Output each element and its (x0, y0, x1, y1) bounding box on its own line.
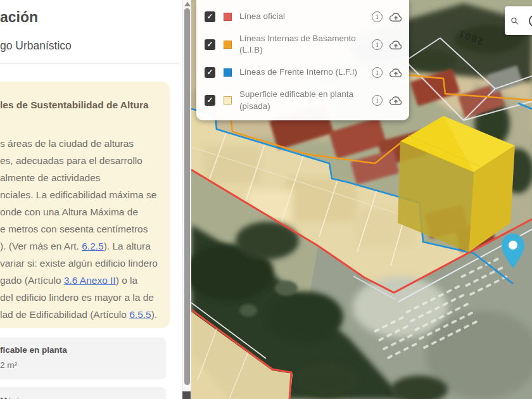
paragraph-line: variar si: existe algún edificio lindero (0, 255, 161, 272)
layer-label: Líneas de Frente Interno (L.F.I) (239, 66, 361, 78)
paragraph-line: gado (Artículo 3.6 Anexo II) o la (0, 272, 161, 289)
paragraph-line: nciales. La edificabilidad máxima se (0, 186, 161, 203)
result-card-surface: ficable en planta 2 m² (0, 338, 166, 379)
search-icon[interactable] (510, 14, 519, 28)
cloud-upload-icon[interactable] (389, 95, 403, 106)
info-card-heading: les de Sustentabilidad de Altura (0, 99, 161, 111)
search-box[interactable] (505, 6, 532, 35)
cloud-upload-icon[interactable] (389, 67, 403, 78)
layer-checkbox[interactable]: ✓ (205, 95, 215, 106)
divider (0, 63, 180, 63)
info-icon[interactable]: i (372, 39, 383, 50)
info-icon[interactable]: i (372, 11, 383, 22)
layer-panel-rows: ✓Línea oficiali✓Líneas Internas de Basam… (205, 8, 403, 112)
paragraph-line: onde con una Altura Máxima de (0, 203, 161, 220)
info-card-paragraph: s áreas de la ciudad de alturases, adecu… (0, 135, 161, 323)
layer-row: ✓Superficie edificable en planta (pisada… (205, 89, 403, 111)
scrollbar-up-arrow[interactable] (184, 2, 191, 6)
paragraph-line: s áreas de la ciudad de alturas (0, 135, 161, 152)
scrollbar-thumb[interactable] (184, 8, 190, 385)
paragraph-line: ). (Ver más en Art. 6.2.5). La altura (0, 238, 161, 255)
paragraph-line: almente de actividades (0, 169, 161, 186)
layer-color-swatch (224, 96, 232, 104)
article-link[interactable]: 6.5.5 (129, 309, 151, 320)
layer-checkbox[interactable]: ✓ (205, 11, 215, 22)
paragraph-line: lad de Edificabilidad (Artículo 6.5.5). (0, 306, 161, 323)
page-title: ación (0, 9, 38, 26)
layer-color-swatch (224, 41, 232, 49)
layer-checkbox[interactable]: ✓ (205, 67, 215, 78)
info-icon[interactable]: i (372, 67, 383, 78)
cloud-upload-icon[interactable] (389, 11, 403, 22)
sidebar: ación go Urbanístico les de Sustentabili… (0, 0, 182, 399)
layer-row: ✓Línea oficiali (205, 8, 403, 25)
sustainability-info-card: les de Sustentabilidad de Altura s áreas… (0, 82, 170, 328)
result-card-label: ficable en planta (0, 345, 166, 355)
paragraph-line: del edificio lindero es mayor a la de (0, 289, 161, 306)
paragraph-line: es, adecuadas para el desarrollo (0, 152, 161, 169)
layer-row: ✓Líneas de Frente Interno (L.F.I)i (205, 64, 403, 80)
paragraph-line: e metros con sesenta centímetros (0, 220, 161, 238)
info-icon[interactable]: i (372, 95, 383, 106)
layer-panel: ✓Línea oficiali✓Líneas Internas de Basam… (196, 0, 409, 120)
result-card-next: Máxima (0, 387, 166, 399)
result-card-value: 2 m² (0, 360, 166, 370)
layer-color-swatch (224, 68, 232, 77)
result-card-label: Máxima (0, 396, 166, 399)
layer-checkbox[interactable]: ✓ (205, 39, 215, 50)
layer-label: Línea oficial (239, 11, 361, 22)
scrollbar-down-button[interactable] (182, 391, 191, 399)
layer-label: Líneas Internas de Basamento (L.I.B) (239, 33, 361, 56)
secondary-control-icon[interactable] (528, 13, 532, 28)
layer-color-swatch (224, 13, 232, 21)
layer-row: ✓Líneas Internas de Basamento (L.I.B)i (205, 33, 403, 56)
article-link[interactable]: 6.2.5 (82, 241, 103, 251)
cloud-upload-icon[interactable] (389, 39, 403, 50)
layer-label: Superficie edificable en planta (pisada) (239, 89, 361, 111)
article-link[interactable]: 3.6 Anexo II (64, 275, 116, 286)
page-subtitle: go Urbanístico (0, 39, 72, 53)
